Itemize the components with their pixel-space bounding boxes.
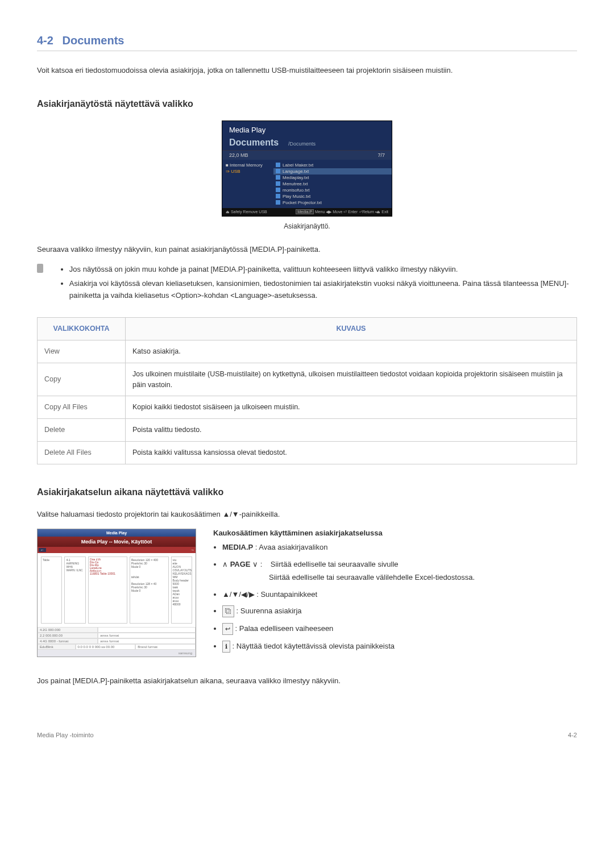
intro-text: Voit katsoa eri tiedostomuodoissa olevia…	[37, 65, 577, 76]
table-row: CopyJos ulkoinen muistilaite (USB-muisti…	[38, 363, 577, 396]
subheading-1: Asiakirjanäytöstä näytettävä valikko	[37, 99, 577, 109]
remote-heading: Kaukosäätimen käyttäminen asiakirjakatse…	[213, 529, 577, 537]
table-row: DeletePoista valittu tiedosto.	[38, 419, 577, 442]
table-row: Delete All FilesPoista kaikki valitussa …	[38, 441, 577, 464]
paragraph-1: Seuraava valikko ilmestyy näkyviin, kun …	[37, 244, 577, 255]
mp-file: monisofuo.txt	[273, 187, 392, 193]
remote-item: MEDIA.P : Avaa asiakirjavalikon	[222, 542, 577, 553]
page-footer: Media Play -toiminto 4-2	[37, 732, 577, 738]
remote-item: ⿻ : Suurenna asiakirja	[222, 605, 577, 617]
paragraph-2: Valitse haluamasi tiedosto projektorin t…	[37, 509, 577, 520]
zoom-icon: ⿻	[222, 605, 234, 617]
mp-storage-count: 7/7	[377, 152, 385, 158]
mp-file: Label Maker.txt	[273, 162, 392, 168]
dv-header: Media Play -- Movie, Käyttöot	[38, 537, 196, 547]
doc-view-screenshot: Media Play Media Play -- Movie, Käyttöot…	[37, 529, 196, 657]
mp-path: /Documents	[288, 141, 316, 147]
mp-internal-memory: ■ Internal Memory	[226, 162, 270, 168]
media-play-screenshot: Media Play Documents /Documents 22,0 MB …	[37, 121, 577, 217]
mp-file-list: Label Maker.txt Language.txt Mediaplay.t…	[273, 160, 392, 208]
mp-docs-label: Documents	[229, 138, 279, 148]
section-header: 4-2 Documents	[37, 34, 577, 51]
mp-title: Media Play	[229, 126, 385, 134]
info-icon: ℹ	[222, 641, 230, 653]
remote-item: ↩ : Palaa edelliseen vaiheeseen	[222, 623, 577, 635]
table-header: KUVAUS	[126, 318, 577, 340]
mp-file: Language.txt	[273, 168, 392, 175]
back-icon: ↩	[222, 623, 233, 635]
footer-left: Media Play -toiminto	[37, 732, 94, 738]
table-row: Copy All FilesKopioi kaikki tiedostot si…	[38, 396, 577, 419]
mp-usb: ⇒ USB	[226, 168, 270, 175]
section-title: Documents	[63, 34, 125, 47]
footer-right: 4-2	[568, 732, 577, 738]
mp-storage-size: 22,0 MB	[229, 152, 248, 158]
subheading-2: Asiakirjakatselun aikana näytettävä vali…	[37, 487, 577, 497]
note-box: Jos näytössä on jokin muu kohde ja paina…	[37, 264, 577, 304]
mp-footer-left: ⏏ Safely Remove USB	[226, 210, 267, 214]
mp-file: Menutree.txt	[273, 181, 392, 187]
mp-file: Pocket Projector.txt	[273, 200, 392, 206]
remote-item: ▲/▼/◀/▶ : Suuntapainikkeet	[222, 589, 577, 600]
table-row: ViewKatso asiakirja.	[38, 340, 577, 363]
paragraph-3: Jos painat [MEDIA.P]-painiketta asiakirj…	[37, 675, 577, 687]
remote-item: ℹ : Näyttää tiedot käytettävissä olevist…	[222, 641, 577, 653]
section-number: 4-2	[37, 34, 53, 47]
mp-footer-right: Media.P Media.P Menu ◀▶ Move ⏎ Enter ⤶ R…	[296, 210, 388, 214]
caption-1: Asiakirjanäyttö.	[37, 222, 577, 230]
dv-titlebar: Media Play	[38, 529, 196, 537]
table-header: VALIKKOKOHTA	[38, 318, 126, 340]
menu-table: VALIKKOKOHTA KUVAUS ViewKatso asiakirja.…	[37, 317, 577, 464]
mp-file: Play Music.txt	[273, 193, 392, 200]
note-item: Jos näytössä on jokin muu kohde ja paina…	[69, 264, 577, 276]
remote-item: ∧ PAGE ∨ : Siirtää edelliselle tai seura…	[222, 559, 577, 583]
mp-file: Mediaplay.txt	[273, 175, 392, 181]
note-item: Asiakirja voi käytössä olevan kieliasetu…	[69, 278, 577, 302]
note-icon	[37, 264, 43, 273]
